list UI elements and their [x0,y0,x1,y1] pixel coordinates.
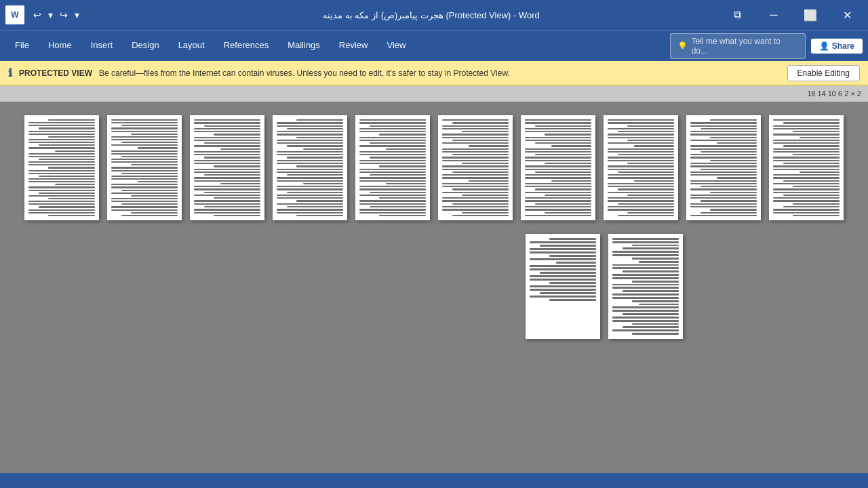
search-placeholder-text: Tell me what you want to do... [692,37,798,56]
page-2 [107,115,182,220]
page-9 [686,115,761,220]
page-row-2 [20,234,848,339]
undo-button[interactable]: ↩ [31,7,43,23]
enable-editing-button[interactable]: Enable Editing [787,65,860,81]
share-button[interactable]: 👤 Share [811,39,863,54]
tab-mailings[interactable]: Mailings [278,30,330,61]
title-bar: W ↩ ▾ ↪ ▾ هجرت پیامبر(ص) از مکه به مدینه… [0,0,868,30]
tab-references[interactable]: References [214,30,278,61]
tab-review[interactable]: Review [330,30,378,61]
page-7 [521,115,595,220]
page-3 [190,115,264,220]
pages-grid [20,115,848,339]
page-row-1 [20,115,848,220]
ribbon-tabs: File Home Insert Design Layout Reference… [5,30,415,61]
page-10 [769,115,844,220]
tab-layout[interactable]: Layout [169,30,214,61]
page-11 [526,234,600,339]
page-4 [273,115,347,220]
tab-home[interactable]: Home [39,30,81,61]
ruler-numbers: 18 14 10 6 2 × 2 [807,89,861,98]
page-8 [604,115,678,220]
tab-insert[interactable]: Insert [81,30,123,61]
window-title: هجرت پیامبر(ص) از مکه به مدینه (Protecte… [141,10,722,20]
info-icon: ℹ [8,66,12,79]
app-icon: W [5,5,24,24]
minimize-button[interactable]: ─ [758,5,789,25]
page-6 [438,115,513,220]
tell-me-search[interactable]: 💡 Tell me what you want to do... [670,33,806,59]
tab-file[interactable]: File [5,30,39,61]
title-bar-controls: ⧉ ─ ⬜ ✕ [722,5,863,25]
share-person-icon: 👤 [819,41,829,51]
document-area[interactable] [0,102,868,473]
ribbon-right: 💡 Tell me what you want to do... 👤 Share [670,33,863,59]
protected-label: PROTECTED VIEW [19,68,92,78]
lightbulb-icon: 💡 [677,41,688,51]
customize-quick-access[interactable]: ▾ [73,7,81,23]
page-5 [355,115,430,220]
restore-button[interactable]: ⬜ [795,5,826,25]
ribbon: File Home Insert Design Layout Reference… [0,30,868,61]
ruler-area: 18 14 10 6 2 × 2 [0,85,868,102]
restore-mode-button[interactable]: ⧉ [722,5,753,25]
protected-view-bar: ℹ PROTECTED VIEW Be careful—files from t… [0,61,868,85]
page-1 [24,115,99,220]
close-button[interactable]: ✕ [831,5,863,25]
protected-message: Be careful—files from the Internet can c… [99,68,510,78]
title-bar-left: W ↩ ▾ ↪ ▾ [5,5,141,24]
tab-design[interactable]: Design [122,30,168,61]
status-bar [0,473,868,488]
redo-button[interactable]: ↪ [58,7,70,23]
page-12 [608,234,683,339]
undo-dropdown[interactable]: ▾ [46,7,55,23]
tab-view[interactable]: View [377,30,415,61]
